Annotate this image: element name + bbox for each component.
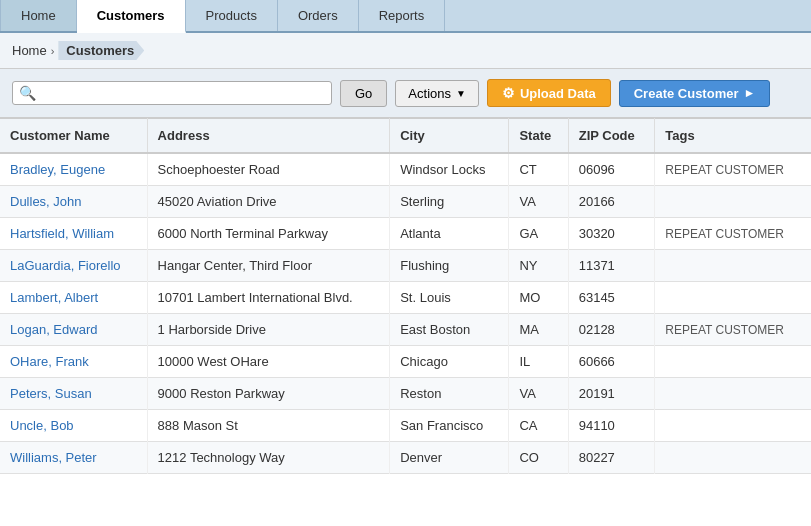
- customer-name-cell[interactable]: Williams, Peter: [0, 442, 147, 474]
- table-row: LaGuardia, FiorelloHangar Center, Third …: [0, 250, 811, 282]
- tags-cell: [655, 410, 811, 442]
- tags-cell: REPEAT CUSTOMER: [655, 218, 811, 250]
- table-row: Lambert, Albert10701 Lambert Internation…: [0, 282, 811, 314]
- city-cell: Chicago: [390, 346, 509, 378]
- address-cell: 1212 Technology Way: [147, 442, 390, 474]
- city-cell: St. Louis: [390, 282, 509, 314]
- state-cell: VA: [509, 378, 568, 410]
- customer-name-cell[interactable]: Peters, Susan: [0, 378, 147, 410]
- state-cell: CT: [509, 153, 568, 186]
- table-row: Hartsfield, William6000 North Terminal P…: [0, 218, 811, 250]
- zip-cell: 30320: [568, 218, 655, 250]
- customer-name-link[interactable]: Bradley, Eugene: [10, 162, 105, 177]
- table-row: Logan, Edward1 Harborside DriveEast Bost…: [0, 314, 811, 346]
- actions-label: Actions: [408, 86, 451, 101]
- customer-name-cell[interactable]: Logan, Edward: [0, 314, 147, 346]
- city-cell: Reston: [390, 378, 509, 410]
- table-row: Bradley, EugeneSchoephoester RoadWindsor…: [0, 153, 811, 186]
- address-cell: 888 Mason St: [147, 410, 390, 442]
- tags-cell: [655, 346, 811, 378]
- zip-cell: 80227: [568, 442, 655, 474]
- col-header-tags: Tags: [655, 119, 811, 154]
- tab-bar: HomeCustomersProductsOrdersReports: [0, 0, 811, 33]
- tags-cell: REPEAT CUSTOMER: [655, 153, 811, 186]
- state-cell: MA: [509, 314, 568, 346]
- city-cell: Atlanta: [390, 218, 509, 250]
- create-customer-button[interactable]: Create Customer ►: [619, 80, 771, 107]
- search-icon: 🔍: [19, 85, 36, 101]
- customer-name-link[interactable]: Dulles, John: [10, 194, 82, 209]
- customer-name-cell[interactable]: LaGuardia, Fiorello: [0, 250, 147, 282]
- customer-name-cell[interactable]: Uncle, Bob: [0, 410, 147, 442]
- customer-name-cell[interactable]: Bradley, Eugene: [0, 153, 147, 186]
- tab-home[interactable]: Home: [0, 0, 77, 31]
- zip-cell: 11371: [568, 250, 655, 282]
- customer-name-link[interactable]: Logan, Edward: [10, 322, 97, 337]
- customer-name-link[interactable]: Lambert, Albert: [10, 290, 98, 305]
- col-header-city: City: [390, 119, 509, 154]
- col-header-address: Address: [147, 119, 390, 154]
- customer-name-cell[interactable]: Lambert, Albert: [0, 282, 147, 314]
- toolbar: 🔍 Go Actions ▼ ⚙ Upload Data Create Cust…: [0, 69, 811, 118]
- address-cell: 10000 West OHare: [147, 346, 390, 378]
- city-cell: San Francisco: [390, 410, 509, 442]
- address-cell: 1 Harborside Drive: [147, 314, 390, 346]
- state-cell: VA: [509, 186, 568, 218]
- breadcrumb-home[interactable]: Home: [12, 43, 47, 58]
- customer-name-cell[interactable]: Dulles, John: [0, 186, 147, 218]
- table-header-row: Customer NameAddressCityStateZIP CodeTag…: [0, 119, 811, 154]
- city-cell: Flushing: [390, 250, 509, 282]
- tab-reports[interactable]: Reports: [359, 0, 446, 31]
- tags-cell: [655, 378, 811, 410]
- customer-name-cell[interactable]: Hartsfield, William: [0, 218, 147, 250]
- arrow-right-icon: ►: [744, 86, 756, 100]
- tab-products[interactable]: Products: [186, 0, 278, 31]
- address-cell: 45020 Aviation Drive: [147, 186, 390, 218]
- tags-cell: [655, 250, 811, 282]
- search-input[interactable]: [40, 86, 325, 101]
- upload-label: Upload Data: [520, 86, 596, 101]
- tab-orders[interactable]: Orders: [278, 0, 359, 31]
- tags-cell: [655, 442, 811, 474]
- address-cell: Schoephoester Road: [147, 153, 390, 186]
- table-header: Customer NameAddressCityStateZIP CodeTag…: [0, 119, 811, 154]
- state-cell: MO: [509, 282, 568, 314]
- customer-name-link[interactable]: OHare, Frank: [10, 354, 89, 369]
- state-cell: IL: [509, 346, 568, 378]
- table-row: Williams, Peter1212 Technology WayDenver…: [0, 442, 811, 474]
- zip-cell: 20191: [568, 378, 655, 410]
- upload-data-button[interactable]: ⚙ Upload Data: [487, 79, 611, 107]
- gear-icon: ⚙: [502, 85, 515, 101]
- state-cell: CA: [509, 410, 568, 442]
- city-cell: East Boston: [390, 314, 509, 346]
- address-cell: 10701 Lambert International Blvd.: [147, 282, 390, 314]
- customers-table: Customer NameAddressCityStateZIP CodeTag…: [0, 118, 811, 474]
- table-row: Uncle, Bob888 Mason StSan FranciscoCA941…: [0, 410, 811, 442]
- col-header-state: State: [509, 119, 568, 154]
- chevron-down-icon: ▼: [456, 88, 466, 99]
- breadcrumb-separator: ›: [51, 45, 55, 57]
- customer-name-link[interactable]: LaGuardia, Fiorello: [10, 258, 121, 273]
- col-header-customer-name: Customer Name: [0, 119, 147, 154]
- customer-name-link[interactable]: Williams, Peter: [10, 450, 97, 465]
- tags-cell: [655, 186, 811, 218]
- tab-customers[interactable]: Customers: [77, 0, 186, 33]
- zip-cell: 20166: [568, 186, 655, 218]
- tags-cell: REPEAT CUSTOMER: [655, 314, 811, 346]
- zip-cell: 60666: [568, 346, 655, 378]
- customer-name-link[interactable]: Peters, Susan: [10, 386, 92, 401]
- actions-button[interactable]: Actions ▼: [395, 80, 479, 107]
- city-cell: Sterling: [390, 186, 509, 218]
- zip-cell: 63145: [568, 282, 655, 314]
- go-button[interactable]: Go: [340, 80, 387, 107]
- zip-cell: 94110: [568, 410, 655, 442]
- zip-cell: 02128: [568, 314, 655, 346]
- table-row: Dulles, John45020 Aviation DriveSterling…: [0, 186, 811, 218]
- breadcrumb-current: Customers: [58, 41, 144, 60]
- customer-name-cell[interactable]: OHare, Frank: [0, 346, 147, 378]
- create-label: Create Customer: [634, 86, 739, 101]
- address-cell: Hangar Center, Third Floor: [147, 250, 390, 282]
- address-cell: 6000 North Terminal Parkway: [147, 218, 390, 250]
- customer-name-link[interactable]: Hartsfield, William: [10, 226, 114, 241]
- customer-name-link[interactable]: Uncle, Bob: [10, 418, 74, 433]
